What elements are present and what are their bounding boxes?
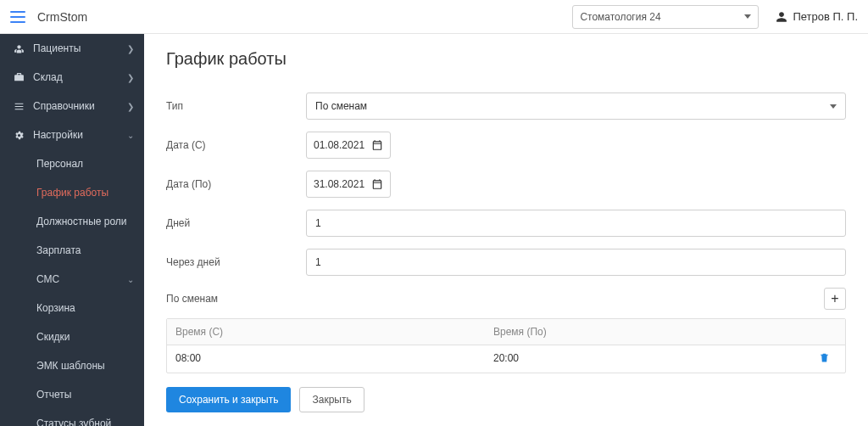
date-to-value: 31.08.2021 xyxy=(314,178,364,190)
th-time-from: Время (С) xyxy=(167,319,485,345)
label-type: Тип xyxy=(166,100,306,112)
chevron-down-icon xyxy=(744,14,751,19)
sidebar-subitem-salary[interactable]: Зарплата xyxy=(0,236,144,265)
sidebar-subitem-emk-templates[interactable]: ЭМК шаблоны xyxy=(0,351,144,380)
sidebar-item-label: Настройки xyxy=(33,129,83,141)
th-actions xyxy=(803,319,845,345)
shifts-table: Время (С) Время (По) 08:00 20:00 xyxy=(166,318,846,373)
sidebar-item-directories[interactable]: Справочники ❯ xyxy=(0,92,144,121)
days-input[interactable]: 1 xyxy=(306,210,846,237)
list-icon xyxy=(13,100,25,112)
cell-time-to[interactable]: 20:00 xyxy=(485,345,803,373)
patients-icon xyxy=(13,42,25,54)
sidebar-subitem-label: Скидки xyxy=(36,331,70,343)
date-from-value: 01.08.2021 xyxy=(314,139,364,151)
sidebar-subitem-roles[interactable]: Должностные роли xyxy=(0,207,144,236)
sidebar-item-label: Склад xyxy=(33,71,63,83)
sidebar-subitem-label: Персонал xyxy=(36,158,83,170)
label-days: Дней xyxy=(166,217,306,229)
sidebar-subitem-discounts[interactable]: Скидки xyxy=(0,322,144,351)
chevron-down-icon: ⌄ xyxy=(127,131,134,140)
sidebar-subitem-schedule[interactable]: График работы xyxy=(0,178,144,207)
topbar: CrmStom Стоматология 24 Петров П. П. xyxy=(0,0,868,34)
sidebar-item-warehouse[interactable]: Склад ❯ xyxy=(0,63,144,92)
organization-selected-value: Стоматология 24 xyxy=(580,11,660,23)
sidebar-subitem-tooth-statuses[interactable]: Статусы зубной карты ❯ xyxy=(0,409,144,426)
sidebar-subitem-label: Зарплата xyxy=(36,244,81,256)
close-button[interactable]: Закрыть xyxy=(299,387,364,412)
sidebar-subitem-label: Должностные роли xyxy=(36,216,127,227)
save-close-button[interactable]: Сохранить и закрыть xyxy=(166,387,291,412)
calendar-icon xyxy=(371,139,383,151)
gear-icon xyxy=(13,129,25,141)
sidebar-subitem-label: Отчеты xyxy=(36,389,71,401)
organization-select[interactable]: Стоматология 24 xyxy=(572,5,759,29)
sidebar-subitem-reports[interactable]: Отчеты xyxy=(0,380,144,409)
add-shift-button[interactable]: + xyxy=(824,288,846,310)
sidebar-item-label: Пациенты xyxy=(33,42,81,54)
sidebar-subitem-label: ЭМК шаблоны xyxy=(36,360,105,372)
sidebar: Пациенты ❯ Склад ❯ Справочники ❯ Настрой… xyxy=(0,34,144,426)
delete-row-button[interactable] xyxy=(819,354,830,366)
date-to-input[interactable]: 31.08.2021 xyxy=(306,171,391,198)
chevron-right-icon: ❯ xyxy=(127,102,134,111)
user-name: Петров П. П. xyxy=(793,10,858,23)
chevron-right-icon: ❯ xyxy=(127,44,134,53)
table-row: 08:00 20:00 xyxy=(167,345,845,373)
brand-title: CrmStom xyxy=(37,10,87,24)
days-value: 1 xyxy=(315,217,321,229)
sidebar-subitem-label: График работы xyxy=(36,187,108,199)
sidebar-item-settings[interactable]: Настройки ⌄ xyxy=(0,121,144,149)
type-select[interactable]: По сменам xyxy=(306,92,846,120)
user-menu[interactable]: Петров П. П. xyxy=(776,10,858,23)
date-from-input[interactable]: 01.08.2021 xyxy=(306,132,391,159)
chevron-down-icon xyxy=(830,104,837,109)
th-time-to: Время (По) xyxy=(485,319,803,345)
label-date-from: Дата (С) xyxy=(166,139,306,151)
sidebar-subitem-label: СМС xyxy=(36,273,59,285)
through-days-input[interactable]: 1 xyxy=(306,249,846,276)
through-days-value: 1 xyxy=(315,256,321,268)
sidebar-subitem-label: Корзина xyxy=(36,302,75,314)
calendar-icon xyxy=(371,178,383,190)
sidebar-subitem-sms[interactable]: СМС ⌄ xyxy=(0,265,144,294)
main-content: График работы Тип По сменам Дата (С) 01.… xyxy=(144,34,868,426)
sidebar-item-label: Справочники xyxy=(33,100,95,112)
chevron-right-icon: ❯ xyxy=(127,73,134,82)
sidebar-subitem-label: Статусы зубной карты xyxy=(36,418,119,426)
label-shifts: По сменам xyxy=(166,293,306,305)
label-through-days: Через дней xyxy=(166,256,306,268)
user-icon xyxy=(776,11,787,23)
sidebar-item-patients[interactable]: Пациенты ❯ xyxy=(0,34,144,63)
chevron-down-icon: ⌄ xyxy=(127,275,134,284)
type-select-value: По сменам xyxy=(315,100,367,112)
menu-toggle-button[interactable] xyxy=(10,11,25,23)
sidebar-subitem-personnel[interactable]: Персонал xyxy=(0,149,144,178)
cell-time-from[interactable]: 08:00 xyxy=(167,345,485,373)
sidebar-subitem-trash[interactable]: Корзина xyxy=(0,294,144,322)
plus-icon: + xyxy=(831,291,838,306)
page-title: График работы xyxy=(166,49,846,69)
label-date-to: Дата (По) xyxy=(166,178,306,190)
warehouse-icon xyxy=(13,71,25,83)
